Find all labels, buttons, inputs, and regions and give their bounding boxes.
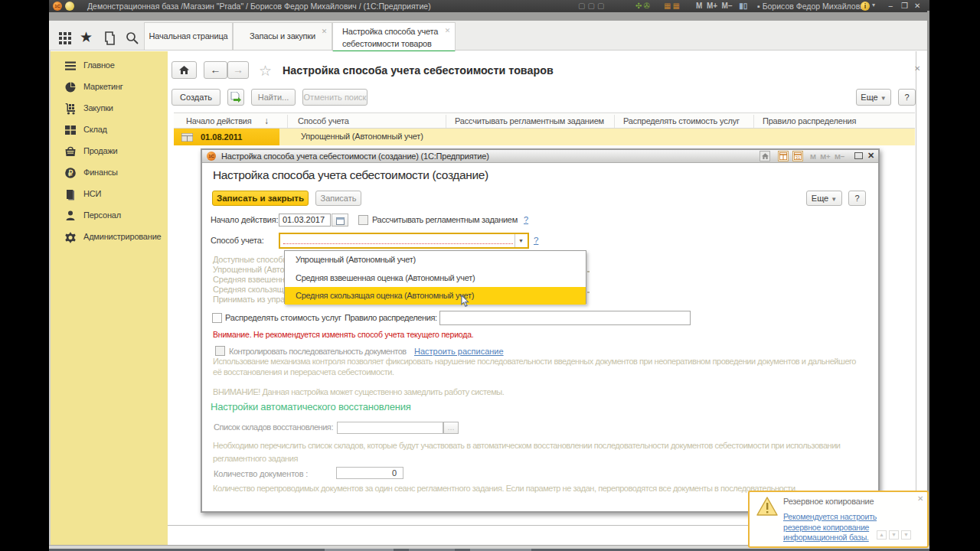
svg-text:31: 31 [795, 155, 801, 160]
svg-text:₽: ₽ [68, 169, 74, 178]
